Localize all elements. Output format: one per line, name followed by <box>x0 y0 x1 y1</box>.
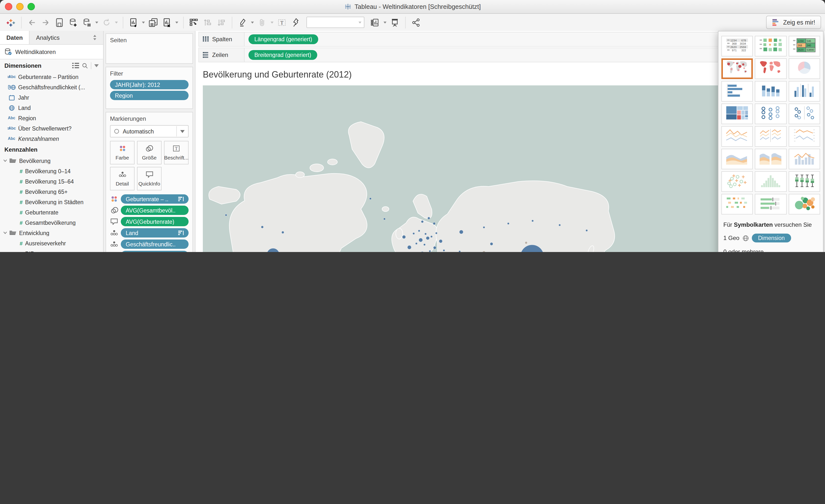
map-mark[interactable] <box>482 251 485 252</box>
show-me-pie-tile[interactable] <box>789 59 820 79</box>
map-mark[interactable] <box>261 226 264 228</box>
clear-sheet-button[interactable] <box>160 16 174 29</box>
measure-folder[interactable]: Entwicklung <box>0 228 103 238</box>
rows-shelf-pill[interactable]: Breitengrad (generiert) <box>248 50 317 60</box>
columns-shelf-pill[interactable]: Längengrad (generiert) <box>248 34 318 44</box>
show-me-histogram-tile[interactable] <box>755 171 787 192</box>
marks-size-button[interactable]: Größe <box>137 141 162 164</box>
measure-field[interactable]: # Geburtenrate <box>0 207 103 218</box>
show-me-scatter-tile[interactable] <box>722 171 753 192</box>
search-icon[interactable] <box>82 63 88 69</box>
save-button[interactable] <box>53 16 66 29</box>
show-me-area-discrete-tile[interactable] <box>755 149 787 169</box>
presentation-mode-button[interactable] <box>388 16 402 29</box>
show-me-circle-views-tile[interactable] <box>755 103 787 124</box>
show-me-button[interactable]: Zeig es mir! <box>766 16 821 29</box>
pause-updates-button[interactable] <box>80 16 94 29</box>
sort-descending-button[interactable] <box>215 16 228 29</box>
show-me-area-tile[interactable] <box>722 149 753 169</box>
map-mark[interactable] <box>433 246 436 249</box>
undo-button[interactable] <box>25 16 39 29</box>
new-worksheet-caret[interactable] <box>142 21 145 23</box>
map-mark[interactable] <box>402 235 405 239</box>
view-as-list-icon[interactable] <box>72 63 79 68</box>
map-mark[interactable] <box>418 230 420 232</box>
tab-analytics[interactable]: Analytics <box>30 31 103 44</box>
show-me-packed-bubbles-tile[interactable] <box>789 194 820 215</box>
tab-daten[interactable]: Daten <box>0 31 30 44</box>
show-me-highlight-table-tile[interactable]: 1234546368340262053890 <box>789 36 820 57</box>
map-mark[interactable] <box>429 250 431 252</box>
map-mark[interactable] <box>459 251 461 252</box>
marks-pill[interactable]: Geschäftsfreundlic.. <box>121 240 189 249</box>
show-me-stacked-bars-tile[interactable] <box>755 81 787 102</box>
map-mark[interactable] <box>443 250 445 252</box>
map-mark[interactable] <box>424 244 426 246</box>
dimension-field[interactable]: Land <box>0 102 103 113</box>
measure-field[interactable]: # Ausreiseverkehr <box>0 238 103 248</box>
dimensions-menu-caret-icon[interactable] <box>94 64 99 67</box>
combobox-caret[interactable] <box>359 21 361 23</box>
filter-pill[interactable]: Region <box>110 91 189 100</box>
measure-field[interactable]: # Bevölkerung 65+ <box>0 186 103 197</box>
measure-field[interactable]: # Gesamtbevölkerung <box>0 218 103 228</box>
show-me-lines-tile[interactable] <box>722 126 753 147</box>
highlight-caret[interactable] <box>251 21 254 23</box>
show-me-sbs-circles-tile[interactable] <box>789 103 820 124</box>
sort-ascending-button[interactable] <box>201 16 215 29</box>
map-mark[interactable] <box>413 233 415 235</box>
measure-folder[interactable]: Bevölkerung <box>0 156 103 166</box>
show-me-symbol-map-tile[interactable] <box>722 59 753 79</box>
map-mark[interactable] <box>507 223 509 225</box>
map-mark[interactable] <box>435 232 437 234</box>
datasource-item[interactable]: Weltindikatoren <box>0 45 103 59</box>
chevron-down-icon[interactable] <box>3 231 7 235</box>
map-mark[interactable] <box>433 222 435 225</box>
map-mark[interactable] <box>421 220 424 223</box>
pin-button[interactable] <box>289 16 302 29</box>
map-mark[interactable] <box>426 236 430 240</box>
show-me-dual-lines-tile[interactable] <box>789 126 820 147</box>
zoom-window-button[interactable] <box>27 3 35 10</box>
marks-color-button[interactable]: Farbe <box>110 141 135 164</box>
toolbar-combobox[interactable] <box>306 17 364 28</box>
highlight-button[interactable] <box>236 16 249 29</box>
chevron-down-icon[interactable] <box>3 159 7 163</box>
dimension-field[interactable]: Geschäftsfreundlichkeit (... <box>0 82 103 92</box>
show-me-lines-discrete-tile[interactable] <box>755 126 787 147</box>
dimension-field[interactable]: Jahr <box>0 92 103 102</box>
map-mark[interactable] <box>483 227 485 229</box>
marks-tooltip-button[interactable]: QuickInfo <box>137 167 162 190</box>
marks-pill[interactable]: AVG(Geburtenrate) <box>121 217 189 226</box>
map-mark[interactable] <box>416 242 418 244</box>
map-mark[interactable] <box>282 231 284 234</box>
show-me-h-bars-tile[interactable] <box>722 81 753 102</box>
fit-button[interactable] <box>368 16 382 29</box>
minimize-window-button[interactable] <box>16 3 23 10</box>
marks-pill[interactable]: Geburtenrate – .. <box>121 194 189 204</box>
map-mark[interactable] <box>532 220 534 222</box>
show-me-bullet-tile[interactable] <box>755 194 787 215</box>
map-mark[interactable] <box>428 217 430 219</box>
marks-detail-button[interactable]: Detail <box>110 167 135 190</box>
show-me-sbs-bars-tile[interactable] <box>789 81 820 102</box>
dimension-field[interactable]: Abc Region <box>0 113 103 123</box>
clear-sheet-caret[interactable] <box>175 21 178 23</box>
show-me-box-whisker-tile[interactable] <box>789 171 820 192</box>
close-window-button[interactable] <box>5 3 12 10</box>
map-mark[interactable] <box>439 240 442 243</box>
marks-pill[interactable]: AVG(Gesamtbevöl.. <box>121 205 189 215</box>
redo-button[interactable] <box>39 16 53 29</box>
map-mark[interactable] <box>383 218 385 220</box>
map-mark[interactable] <box>407 245 411 249</box>
duplicate-sheet-button[interactable] <box>146 16 160 29</box>
new-worksheet-button[interactable] <box>127 16 140 29</box>
map-mark[interactable] <box>425 233 427 235</box>
measure-field[interactable]: # BIP <box>0 248 103 252</box>
map-mark[interactable] <box>431 236 432 238</box>
map-mark[interactable] <box>370 197 372 199</box>
swap-rows-columns-button[interactable] <box>187 16 201 29</box>
pause-updates-caret[interactable] <box>95 21 98 23</box>
measure-field[interactable]: # Bevölkerung 0–14 <box>0 166 103 176</box>
marks-pill[interactable]: Land <box>121 228 189 238</box>
